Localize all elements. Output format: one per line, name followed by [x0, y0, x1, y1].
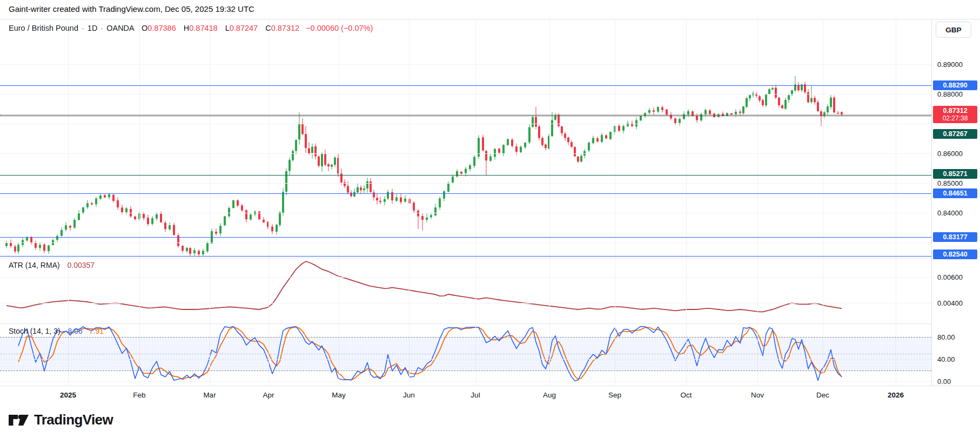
symbol-legend: Euro / British Pound·1D·OANDA O0.87386 H…: [9, 24, 373, 32]
time-axis-label: Feb: [133, 391, 145, 399]
atr-name[interactable]: ATR (14, RMA): [9, 261, 60, 269]
horizontal-gridline: [0, 381, 931, 382]
axis-tick-label: 0.84000: [937, 209, 963, 217]
vertical-gridline: [896, 19, 896, 386]
legend-separator: ·: [82, 24, 84, 32]
price-axis-badge: 0.83177: [933, 232, 977, 242]
price-axis-badge: 0.84651: [933, 188, 977, 198]
tradingview-screenshot: Gaint-writer created with TradingView.co…: [0, 0, 980, 445]
vertical-gridline: [686, 19, 687, 386]
horizontal-gridline: [0, 153, 931, 154]
price-level-line: [0, 237, 931, 238]
close-value: 0.87312: [271, 24, 299, 32]
low-label: L: [225, 24, 230, 32]
chart-frame: Euro / British Pound·1D·OANDA O0.87386 H…: [0, 19, 980, 404]
horizontal-gridline: [0, 94, 931, 95]
time-axis-label: Oct: [680, 391, 692, 399]
tradingview-logo-text: TradingView: [34, 412, 113, 428]
vertical-gridline: [339, 19, 339, 386]
time-axis-label: 2026: [888, 391, 904, 399]
price-level-line: [0, 175, 931, 176]
stoch-d-value: 7.91: [89, 327, 104, 335]
legend-separator: ·: [100, 24, 103, 32]
vertical-gridline: [210, 19, 210, 386]
vertical-gridline: [409, 19, 410, 386]
interval-label[interactable]: 1D: [88, 24, 98, 32]
vertical-gridline: [757, 19, 758, 386]
atr-value: 0.00357: [68, 261, 95, 269]
vertical-gridline: [549, 19, 550, 386]
time-axis-label: Dec: [816, 391, 829, 399]
low-value: 0.87247: [230, 24, 258, 32]
stoch-indicator-legend: Stoch (14, 1, 3) 8.06 7.91: [9, 327, 104, 335]
axis-tick-label: 0.00400: [937, 299, 963, 307]
axis-tick-label: 0.00600: [937, 273, 963, 281]
tradingview-logo-icon: [8, 413, 29, 427]
close-label: C: [265, 24, 271, 32]
time-axis-label: Nov: [751, 391, 764, 399]
current-price-line: [0, 114, 931, 115]
time-axis-label: Aug: [543, 391, 556, 399]
vertical-gridline: [615, 19, 615, 386]
open-label: O: [142, 24, 147, 32]
price-axis-badge: 0.85271: [933, 169, 977, 179]
vertical-gridline: [269, 19, 269, 386]
open-value: 0.87386: [147, 24, 176, 32]
price-level-line: [0, 193, 931, 194]
exchange-label: OANDA: [106, 24, 134, 32]
tradingview-logo[interactable]: TradingView: [8, 412, 113, 428]
price-axis-badge: 0.88290: [933, 80, 977, 90]
time-axis-scale[interactable]: 2025FebMarAprMayJunJulAugSepOctNovDec202…: [0, 386, 980, 404]
price-axis-badge: 0.8731202:27:38: [933, 106, 977, 123]
price-axis-badge: 0.82540: [933, 250, 977, 259]
horizontal-gridline: [0, 213, 931, 213]
time-axis-label: Jul: [471, 391, 480, 399]
vertical-gridline: [823, 19, 823, 386]
horizontal-gridline: [0, 64, 931, 65]
axis-tick-label: 80.00: [937, 333, 955, 341]
price-level-line: [0, 85, 931, 86]
currency-gbp-button[interactable]: GBP: [936, 22, 971, 38]
axis-tick-label: 40.00: [937, 355, 955, 363]
time-axis-label: Sep: [608, 391, 621, 399]
vertical-gridline: [475, 19, 476, 386]
stoch-mid-dashed-line: [0, 354, 931, 354]
horizontal-gridline: [0, 277, 931, 278]
time-axis-label: Apr: [263, 391, 274, 399]
axis-tick-label: 0.89000: [937, 60, 963, 69]
price-axis-scale[interactable]: 0.890000.880000.860000.850000.840000.006…: [931, 19, 980, 403]
symbol-title[interactable]: Euro / British Pound: [9, 24, 78, 32]
countdown-timer: 02:27:38: [933, 114, 977, 122]
price-level-line: [0, 256, 931, 257]
time-axis-label: Mar: [203, 391, 216, 399]
price-axis-badge: 0.87267: [933, 129, 977, 139]
axis-tick-label: 0.86000: [937, 150, 963, 158]
stoch-name[interactable]: Stoch (14, 1, 3): [9, 327, 61, 335]
price-level-line: [0, 116, 931, 116]
time-axis-label: May: [332, 391, 346, 399]
horizontal-gridline: [0, 303, 931, 304]
change-value: −0.00060 (−0.07%): [306, 24, 373, 32]
panel-divider: [0, 323, 980, 324]
horizontal-gridline: [0, 242, 931, 243]
high-label: H: [184, 24, 189, 32]
stoch-k-value: 8.06: [68, 327, 83, 335]
axis-tick-label: 0.00: [937, 377, 951, 386]
vertical-gridline: [139, 19, 140, 386]
high-value: 0.87418: [189, 24, 217, 32]
axis-tick-label: 0.88000: [937, 90, 963, 98]
horizontal-gridline: [0, 124, 931, 124]
axis-tick-label: 0.85000: [937, 179, 963, 187]
panel-divider: [0, 258, 980, 258]
attribution-text: Gaint-writer created with TradingView.co…: [9, 4, 254, 14]
time-axis-label: 2025: [60, 391, 76, 399]
atr-indicator-legend: ATR (14, RMA) 0.00357: [9, 261, 95, 269]
time-axis-label: Jun: [403, 391, 415, 399]
horizontal-gridline: [0, 183, 931, 184]
